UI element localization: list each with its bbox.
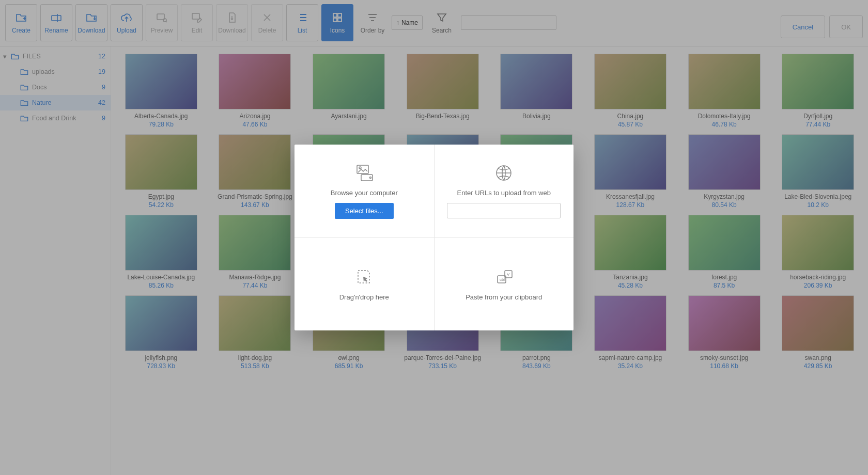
paste-panel[interactable]: ctrlV Paste from your clipboard	[435, 237, 574, 330]
browse-computer-icon	[354, 163, 375, 183]
svg-point-9	[359, 167, 361, 169]
svg-text:V: V	[507, 272, 510, 277]
svg-text:ctrl: ctrl	[500, 277, 505, 282]
dragdrop-panel[interactable]: Drag'n'drop here	[295, 237, 435, 330]
select-files-button[interactable]: Select files...	[335, 203, 394, 219]
globe-icon	[493, 163, 514, 183]
url-input[interactable]	[447, 203, 561, 218]
browse-panel: Browse your computer Select files...	[295, 145, 435, 237]
upload-dialog: Browse your computer Select files... Ent…	[295, 145, 574, 330]
paste-clipboard-icon: ctrlV	[493, 267, 514, 287]
svg-rect-10	[361, 175, 373, 181]
dragdrop-icon	[354, 267, 375, 287]
url-panel: Enter URLs to upload from web	[435, 145, 574, 237]
modal-overlay[interactable]: Browse your computer Select files... Ent…	[0, 0, 868, 475]
svg-point-11	[369, 177, 371, 178]
